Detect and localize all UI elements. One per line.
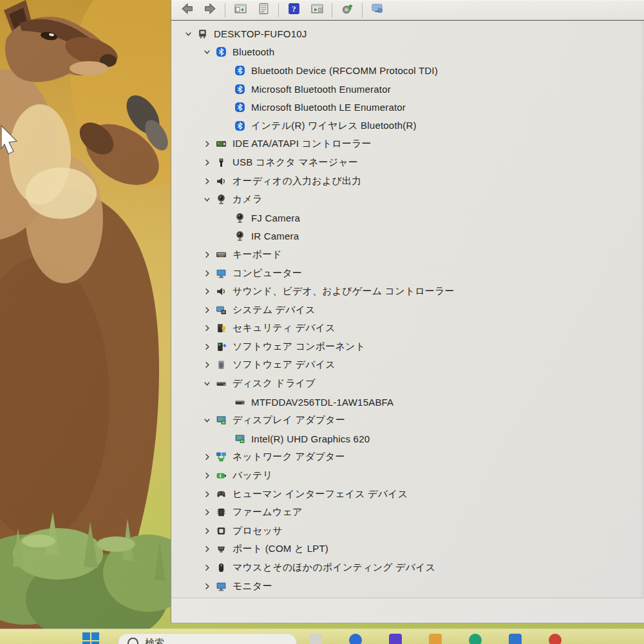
scan-hardware-button[interactable]: [366, 2, 389, 19]
mouse-icon: [214, 562, 227, 574]
forward-button[interactable]: [198, 2, 222, 19]
tree-item-bluetooth-device-rfcomm-protocol-tdi-[interactable]: Bluetooth Device (RFCOMM Protocol TDI): [171, 61, 644, 80]
camera-icon: [233, 231, 246, 242]
chevron-down-icon[interactable]: [199, 46, 214, 58]
start-logo-square: [82, 632, 90, 640]
computer-icon: [196, 28, 209, 39]
tree-item-desktop-fufo10j[interactable]: DESKTOP-FUFO10J: [171, 24, 644, 43]
chevron-right-icon[interactable]: [199, 525, 214, 536]
tree-item--[interactable]: ヒューマン インターフェイス デバイス: [171, 485, 644, 504]
help-button[interactable]: ?: [282, 2, 305, 19]
properties-button[interactable]: [252, 2, 275, 19]
tree-item--[interactable]: システム デバイス: [171, 301, 644, 319]
taskbar-app-7[interactable]: [549, 634, 562, 644]
chevron-right-icon[interactable]: [199, 507, 214, 518]
update-driver-button[interactable]: [336, 2, 359, 19]
taskbar-app-3[interactable]: [389, 634, 402, 644]
chevron-right-icon[interactable]: [199, 580, 214, 592]
tree-item--[interactable]: キーボード: [171, 245, 644, 264]
tree-item--[interactable]: コンピューター: [171, 264, 644, 283]
chevron-right-icon[interactable]: [199, 286, 214, 298]
tree-item-ir-camera[interactable]: IR Camera: [171, 227, 644, 246]
chevron-right-icon[interactable]: [199, 451, 214, 463]
tree-item--[interactable]: カメラ: [171, 190, 644, 209]
firmware-icon: [214, 507, 227, 518]
tree-item--[interactable]: マウスとそのほかのポインティング デバイス: [171, 558, 644, 577]
chevron-right-icon[interactable]: [199, 249, 214, 260]
chevron-down-icon[interactable]: [199, 415, 214, 426]
tree-item-microsoft-bluetooth-enumerator[interactable]: Microsoft Bluetooth Enumerator: [171, 80, 644, 99]
chevron-right-icon[interactable]: [199, 341, 214, 352]
audio-icon: [214, 175, 227, 187]
chevron-right-icon[interactable]: [199, 323, 214, 334]
tree-item--[interactable]: オーディオの入力および出力: [171, 172, 644, 191]
tree-item-ide-ata-atapi-[interactable]: IDE ATA/ATAPI コントローラー: [171, 135, 644, 154]
system-devices-icon: [214, 304, 227, 316]
chevron-right-icon[interactable]: [199, 267, 214, 279]
chevron-right-icon[interactable]: [199, 304, 214, 316]
tree-item-intel-r-uhd-graphics-620[interactable]: Intel(R) UHD Graphics 620: [171, 430, 644, 448]
back-button[interactable]: [175, 2, 198, 19]
tree-item-label: MTFDDAV256TDL-1AW15ABFA: [251, 397, 393, 408]
console-tree-button[interactable]: [229, 2, 252, 19]
tree-item--com-lpt-[interactable]: ポート (COM と LPT): [171, 540, 644, 559]
tree-item-label: バッテリ: [232, 469, 272, 482]
taskbar-app-5[interactable]: [469, 634, 482, 644]
tree-item--[interactable]: ディスク ドライブ: [171, 374, 644, 393]
tree-item--[interactable]: ネットワーク アダプター: [171, 448, 644, 467]
tree-item-microsoft-bluetooth-le-enumerator[interactable]: Microsoft Bluetooth LE Enumerator: [171, 98, 644, 117]
taskbar-search-box[interactable]: 検索: [118, 633, 297, 644]
chevron-right-icon[interactable]: [199, 562, 214, 574]
taskbar-app-6[interactable]: [509, 634, 522, 644]
tree-item-label: システム デバイス: [232, 304, 316, 316]
chevron-right-icon[interactable]: [199, 359, 214, 371]
tree-item-label: セキュリティ デバイス: [232, 322, 336, 334]
scan-hardware-icon: [371, 2, 384, 18]
tree-item--[interactable]: バッテリ: [171, 466, 644, 485]
tree-item--[interactable]: サウンド、ビデオ、およびゲーム コントローラー: [171, 282, 644, 301]
display-adapter-icon: [233, 433, 246, 444]
chevron-down-icon[interactable]: [199, 378, 214, 390]
tree-item-bluetooth[interactable]: Bluetooth: [171, 43, 644, 62]
chevron-placeholder: [218, 120, 233, 131]
chevron-right-icon[interactable]: [199, 175, 214, 187]
chevron-right-icon[interactable]: [199, 544, 214, 555]
svg-text:?: ?: [292, 5, 296, 14]
start-button[interactable]: [82, 632, 99, 644]
tree-item--[interactable]: モニター: [171, 577, 644, 596]
chevron-right-icon[interactable]: [199, 138, 214, 150]
action-pane-icon: [310, 2, 324, 18]
camera-icon: [214, 194, 227, 205]
tree-item--[interactable]: プロセッサ: [171, 522, 644, 540]
network-adapter-icon: [214, 451, 227, 463]
tree-item--r-bluetooth-r-[interactable]: インテル(R) ワイヤレス Bluetooth(R): [171, 117, 644, 135]
tree-item-label: Intel(R) UHD Graphics 620: [251, 433, 370, 444]
tree-item--[interactable]: セキュリティ デバイス: [171, 319, 644, 338]
chevron-down-icon[interactable]: [199, 194, 214, 205]
action-pane-button[interactable]: [305, 2, 328, 19]
chevron-right-icon[interactable]: [199, 470, 214, 482]
taskbar-app-1[interactable]: [309, 634, 322, 644]
chevron-down-icon[interactable]: [180, 28, 196, 39]
tree-item-fj-camera[interactable]: FJ Camera: [171, 209, 644, 227]
tree-item-usb-[interactable]: USB コネクタ マネージャー: [171, 153, 644, 172]
tree-item--[interactable]: ファームウェア: [171, 503, 644, 522]
chevron-right-icon[interactable]: [199, 156, 214, 168]
forward-arrow-icon: [204, 2, 217, 18]
tree-item-label: オーディオの入力および出力: [232, 175, 361, 187]
tree-item--[interactable]: ソフトウェア デバイス: [171, 356, 644, 375]
bluetooth-icon: [233, 83, 246, 95]
help-icon: ?: [287, 2, 301, 18]
monitor-icon: [214, 580, 227, 592]
taskbar-app-4[interactable]: [429, 634, 442, 644]
taskbar-app-2[interactable]: [349, 634, 362, 644]
tree-item-mtfddav256tdl-1aw15abfa[interactable]: MTFDDAV256TDL-1AW15ABFA: [171, 393, 644, 412]
tree-item-label: ファームウェア: [232, 506, 303, 518]
tree-item--[interactable]: ソフトウェア コンポーネント: [171, 337, 644, 356]
toolbar-separator: [278, 3, 279, 17]
ide-controller-icon: [214, 138, 227, 150]
bluetooth-icon: [233, 102, 246, 113]
tree-item-label: Microsoft Bluetooth Enumerator: [251, 84, 391, 95]
chevron-right-icon[interactable]: [199, 488, 214, 500]
tree-item--[interactable]: ディスプレイ アダプター: [171, 411, 644, 430]
